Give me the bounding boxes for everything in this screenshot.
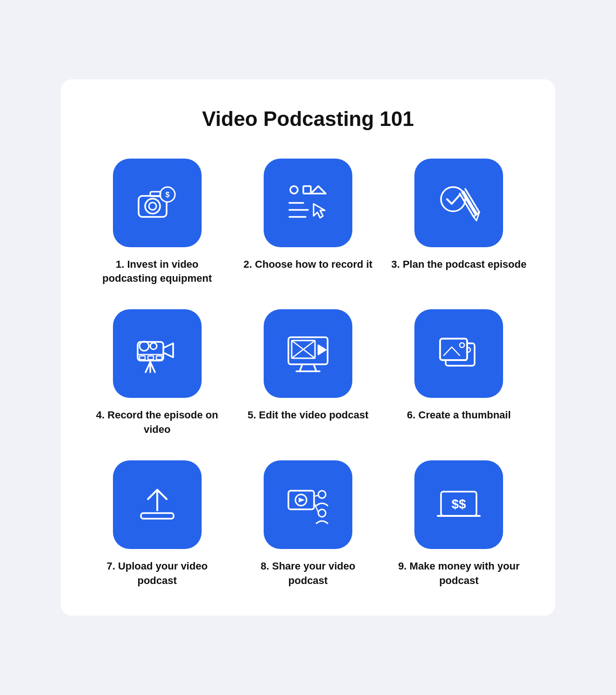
- svg-rect-24: [156, 356, 162, 360]
- step-8-label: 8. Share your video podcast: [239, 559, 376, 588]
- step-1: $ 1. Invest in video podcasting equipmen…: [89, 159, 225, 286]
- edit-video-icon: [285, 330, 331, 377]
- svg-line-34: [314, 364, 316, 371]
- step-1-label: 1. Invest in video podcasting equipment: [89, 257, 225, 286]
- step-5-label: 5. Edit the video podcast: [247, 408, 368, 423]
- step-8: 8. Share your video podcast: [239, 460, 376, 588]
- step-2: 2. Choose how to record it: [239, 159, 376, 286]
- main-card: Video Podcasting 101 $ 1. Invest in vid: [61, 79, 555, 616]
- step-9-label: 9. Make money with your podcast: [391, 559, 527, 588]
- svg-point-47: [318, 509, 326, 517]
- svg-text:$$: $$: [452, 497, 467, 511]
- step-1-icon-box: $: [113, 159, 202, 247]
- svg-rect-22: [140, 356, 145, 360]
- plan-icon: [435, 180, 482, 226]
- svg-point-19: [140, 341, 149, 351]
- step-9-icon-box: $$: [414, 460, 503, 549]
- svg-marker-12: [314, 204, 325, 218]
- step-2-icon-box: [264, 159, 352, 247]
- step-7-icon-box: [113, 460, 202, 549]
- svg-marker-8: [311, 186, 326, 194]
- svg-point-1: [145, 199, 160, 214]
- svg-line-33: [300, 364, 302, 371]
- step-7-label: 7. Upload your video podcast: [89, 559, 225, 588]
- step-8-icon-box: [264, 460, 352, 549]
- svg-rect-5: [150, 192, 161, 196]
- step-9: $$ 9. Make money with your podcast: [391, 460, 527, 588]
- step-4: 4. Record the episode on video: [89, 309, 225, 437]
- svg-rect-41: [141, 513, 174, 519]
- monetize-icon: $$: [435, 481, 482, 528]
- thumbnail-icon: [435, 330, 482, 377]
- page-title: Video Podcasting 101: [89, 107, 527, 131]
- equipment-icon: $: [134, 180, 181, 226]
- svg-point-2: [149, 202, 156, 210]
- svg-marker-32: [318, 345, 326, 354]
- svg-rect-23: [148, 356, 154, 360]
- step-7: 7. Upload your video podcast: [89, 460, 225, 588]
- steps-grid: $ 1. Invest in video podcasting equipmen…: [89, 159, 527, 588]
- step-6-label: 6. Create a thumbnail: [407, 408, 511, 423]
- step-4-icon-box: [113, 309, 202, 398]
- svg-point-20: [150, 343, 157, 349]
- step-5-icon-box: [264, 309, 352, 398]
- step-3-icon-box: [414, 159, 503, 247]
- share-icon: [285, 481, 331, 528]
- step-5: 5. Edit the video podcast: [239, 309, 376, 437]
- step-3-label: 3. Plan the podcast episode: [391, 257, 526, 272]
- svg-marker-45: [299, 498, 305, 502]
- svg-point-46: [318, 491, 326, 498]
- svg-text:$: $: [165, 191, 169, 199]
- svg-rect-7: [303, 186, 311, 194]
- step-6: 6. Create a thumbnail: [391, 309, 527, 437]
- step-6-icon-box: [414, 309, 503, 398]
- svg-point-6: [290, 186, 298, 194]
- video-record-icon: [134, 330, 181, 377]
- record-method-icon: [285, 180, 331, 226]
- step-2-label: 2. Choose how to record it: [244, 257, 372, 272]
- step-4-label: 4. Record the episode on video: [89, 408, 225, 437]
- step-3: 3. Plan the podcast episode: [391, 159, 527, 286]
- svg-point-13: [441, 187, 465, 211]
- upload-icon: [134, 481, 181, 528]
